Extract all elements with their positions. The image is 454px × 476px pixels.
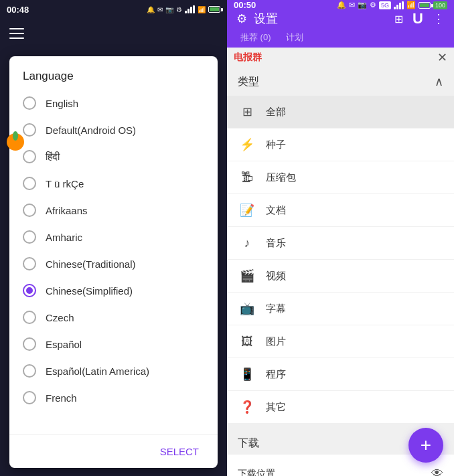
category-label: 种子 bbox=[266, 139, 286, 151]
dialog-title: Language bbox=[9, 56, 218, 90]
language-item[interactable]: Default(Android OS) bbox=[9, 116, 218, 143]
category-item[interactable]: 📺字幕 bbox=[227, 293, 454, 325]
right-battery-icon bbox=[419, 2, 431, 9]
download-label: 下载 bbox=[238, 437, 259, 451]
language-label: हिंदी bbox=[46, 151, 60, 163]
category-icon: ⚡ bbox=[238, 135, 256, 154]
category-item[interactable]: ♪音乐 bbox=[227, 227, 454, 260]
language-label: French bbox=[46, 392, 77, 404]
download-location-row: 下载位置 👁 bbox=[238, 461, 443, 476]
battery-percent: 100 bbox=[433, 1, 447, 9]
right-gear-icon: ⚙ bbox=[370, 1, 376, 9]
language-item[interactable]: English bbox=[9, 90, 218, 116]
grid-view-icon[interactable]: ⊞ bbox=[394, 13, 403, 25]
radio-button[interactable] bbox=[23, 284, 36, 297]
right-cam-icon: 📷 bbox=[358, 1, 367, 9]
eye-icon[interactable]: 👁 bbox=[431, 467, 443, 476]
category-label: 全部 bbox=[266, 106, 286, 118]
radio-button[interactable] bbox=[23, 391, 36, 404]
right-time: 00:50 bbox=[234, 0, 256, 10]
category-label: 音乐 bbox=[266, 237, 286, 250]
hamburger-icon[interactable] bbox=[9, 28, 24, 39]
close-icon[interactable]: ✕ bbox=[437, 50, 447, 65]
language-label: Español(Latin America) bbox=[46, 366, 149, 377]
tab-recommended[interactable]: 推荐 (0) bbox=[234, 27, 278, 48]
logo-icon[interactable]: U bbox=[412, 10, 423, 27]
language-label: Afrikaans bbox=[46, 205, 88, 216]
select-button[interactable]: SELECT bbox=[155, 443, 204, 460]
download-location-label: 下载位置 bbox=[238, 468, 275, 477]
settings-icon2: ⚙ bbox=[176, 6, 182, 13]
language-item[interactable]: Czech bbox=[9, 304, 218, 331]
right-status-icons: 🔔 ✉ 📷 ⚙ 5G 📶 100 bbox=[337, 1, 447, 9]
language-item[interactable]: Español bbox=[9, 331, 218, 358]
language-item[interactable]: Chinese(Traditional) bbox=[9, 250, 218, 277]
radio-button[interactable] bbox=[23, 177, 36, 190]
red-label-row: 电报群 ✕ bbox=[227, 48, 454, 68]
language-label: T ü rkÇe bbox=[46, 178, 84, 189]
language-item[interactable]: Afrikaans bbox=[9, 197, 218, 224]
right-toolbar: ⚙ 设置 ⊞ U ⋮ bbox=[227, 10, 454, 27]
category-item[interactable]: 🖼图片 bbox=[227, 325, 454, 358]
language-dialog: Language EnglishDefault(Android OS)हिंदी… bbox=[9, 56, 218, 468]
radio-button[interactable] bbox=[23, 230, 36, 244]
category-label: 文档 bbox=[266, 204, 286, 217]
fab-button[interactable]: + bbox=[408, 428, 443, 463]
category-label: 程序 bbox=[266, 368, 286, 381]
right-mail-icon: ✉ bbox=[349, 1, 355, 9]
language-item[interactable]: Español(Latin America) bbox=[9, 358, 218, 384]
radio-button[interactable] bbox=[23, 364, 36, 378]
category-icon: ♪ bbox=[238, 234, 256, 252]
category-item[interactable]: 🗜压缩包 bbox=[227, 161, 454, 194]
radio-button[interactable] bbox=[23, 311, 36, 324]
category-icon: ❓ bbox=[238, 398, 256, 416]
language-label: Chinese(Traditional) bbox=[46, 258, 136, 270]
radio-button[interactable] bbox=[23, 204, 36, 217]
toolbar-left: ⚙ 设置 bbox=[236, 11, 278, 27]
category-item[interactable]: ⊞全部 bbox=[227, 96, 454, 129]
more-icon[interactable]: ⋮ bbox=[433, 11, 445, 26]
category-label: 压缩包 bbox=[266, 171, 296, 184]
category-icon: 📱 bbox=[238, 365, 256, 384]
language-label: Español bbox=[46, 339, 82, 350]
category-item[interactable]: 📝文档 bbox=[227, 194, 454, 227]
radio-button[interactable] bbox=[23, 337, 36, 351]
category-icon: 🗜 bbox=[238, 168, 256, 187]
type-section-header[interactable]: 类型 ∧ bbox=[227, 68, 454, 96]
right-tabs: 推荐 (0) 计划 bbox=[227, 27, 454, 48]
language-item[interactable]: T ü rkÇe bbox=[9, 170, 218, 197]
svg-point-1 bbox=[13, 131, 18, 141]
language-label: Chinese(Simplified) bbox=[46, 285, 133, 297]
radio-button[interactable] bbox=[23, 96, 36, 110]
category-item[interactable]: ⚡种子 bbox=[227, 129, 454, 161]
category-label: 字幕 bbox=[266, 303, 286, 315]
toolbar-title: 设置 bbox=[254, 11, 278, 27]
orange-logo bbox=[5, 131, 25, 153]
radio-inner bbox=[26, 287, 33, 294]
dialog-footer: SELECT bbox=[9, 434, 218, 468]
signal-icon bbox=[185, 5, 195, 13]
language-item[interactable]: हिंदी bbox=[9, 143, 218, 170]
left-status-icons: 🔔 ✉ 📷 ⚙ 📶 bbox=[147, 5, 220, 13]
language-label: Default(Android OS) bbox=[46, 125, 136, 136]
battery-icon bbox=[208, 6, 220, 13]
language-item[interactable]: Chinese(Simplified) bbox=[9, 277, 218, 304]
tab-planned[interactable]: 计划 bbox=[279, 27, 310, 48]
category-item[interactable]: ❓其它 bbox=[227, 391, 454, 424]
language-label: Czech bbox=[46, 312, 74, 323]
camera-icon: 📷 bbox=[165, 6, 173, 13]
notif-icon: 🔔 bbox=[147, 6, 155, 13]
category-icon: 🖼 bbox=[238, 332, 256, 351]
mail-icon: ✉ bbox=[157, 6, 163, 13]
category-label: 其它 bbox=[266, 401, 286, 414]
category-item[interactable]: 🎬视频 bbox=[227, 260, 454, 293]
right-wifi-icon: 📶 bbox=[406, 1, 416, 9]
radio-button[interactable] bbox=[23, 257, 36, 270]
category-item[interactable]: 📱程序 bbox=[227, 358, 454, 391]
language-list: EnglishDefault(Android OS)हिंदीT ü rkÇeA… bbox=[9, 90, 218, 434]
language-item[interactable]: French bbox=[9, 384, 218, 411]
settings-gear-icon[interactable]: ⚙ bbox=[236, 11, 247, 26]
right-status-bar: 00:50 🔔 ✉ 📷 ⚙ 5G 📶 100 bbox=[227, 0, 454, 10]
type-section-label: 类型 bbox=[238, 75, 259, 89]
language-item[interactable]: Amharic bbox=[9, 224, 218, 250]
